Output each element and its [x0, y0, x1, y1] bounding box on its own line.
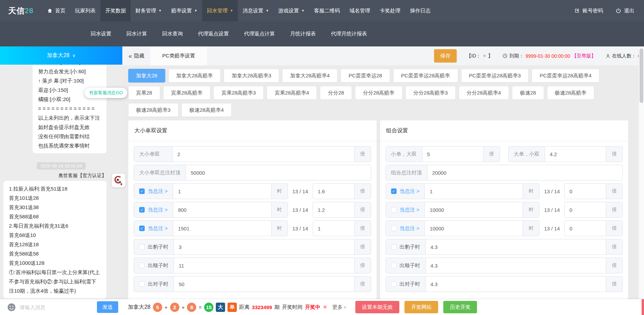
checkbox[interactable]: ✓ — [139, 188, 145, 194]
multiplier-input[interactable]: 4.3 — [426, 258, 606, 273]
subnav-agent-rebate-calc[interactable]: 代理返点计算 — [244, 31, 275, 37]
checkbox[interactable] — [391, 263, 397, 268]
multiplier-input[interactable]: 0 — [565, 202, 606, 217]
game-tab[interactable]: 宾果28高赔率4 — [267, 86, 317, 100]
multiplier-input[interactable]: 11 — [174, 258, 354, 273]
draw-website-button[interactable]: 开奖网站 — [404, 301, 438, 313]
scrollbar-thumb[interactable] — [640, 48, 643, 103]
game-tab[interactable]: PC蛋蛋幸运28高赔率4 — [532, 69, 599, 83]
new-message-toast[interactable]: 有新客服消息GO — [85, 88, 127, 98]
more-button[interactable]: 更多 ∧ — [332, 304, 346, 311]
nav-item-odds[interactable]: 赔率设置▼ — [166, 0, 202, 21]
checkbox[interactable]: ✓ — [139, 226, 145, 231]
chat-line: 包括系统遇突发事情时 — [38, 141, 101, 150]
multiplier-input[interactable]: 1 — [313, 221, 354, 236]
nav-item-home[interactable]: 首页 — [42, 0, 70, 21]
invalidate-period-button[interactable]: 设置本期无效 — [355, 301, 399, 313]
checkbox[interactable]: ✓ — [139, 207, 145, 213]
nav-item-prize[interactable]: 卡奖处理 — [375, 0, 405, 21]
logout-button[interactable]: 退出 — [615, 8, 634, 14]
chat-message-list[interactable]: 心想事成:[大单:40] 努力总会发光:[小:60] ↑ 落彡 幕:[对子:10… — [0, 65, 122, 299]
game-tab[interactable]: PC蛋蛋幸运28高赔率 — [393, 69, 458, 83]
multiplier-input[interactable]: 50 — [174, 276, 354, 292]
tab-pc-odds-settings[interactable]: PC类赔率设置 — [151, 46, 207, 65]
multiplier-input[interactable]: 0 — [565, 184, 606, 199]
multiplier-input[interactable]: 1.2 — [313, 202, 354, 217]
nav-item-domains[interactable]: 域名管理 — [345, 0, 375, 21]
cap-input[interactable]: 20000 — [428, 165, 623, 180]
emoji-button[interactable] — [7, 303, 16, 312]
checkbox[interactable]: ✓ — [391, 188, 397, 194]
nav-item-game-settings[interactable]: 游戏设置▼ — [274, 0, 309, 21]
game-tab[interactable]: 分分28高赔率 — [355, 86, 402, 100]
game-tab[interactable]: 分分28高赔率3 — [406, 86, 456, 100]
subnav-monthly-report[interactable]: 月统计报表 — [290, 31, 316, 37]
customer-service-avatar[interactable]: 奥 世 — [112, 174, 125, 187]
vertical-scrollbar[interactable] — [639, 46, 644, 299]
send-button[interactable]: 发送 — [97, 301, 118, 313]
threshold-input[interactable]: 10000 — [425, 221, 523, 236]
cap-input[interactable]: 50000 — [186, 165, 371, 180]
game-tab[interactable]: 分分28 — [320, 86, 352, 100]
game-tab[interactable]: PC蛋蛋幸运28高赔率3 — [461, 69, 529, 83]
chat-message-input[interactable] — [20, 304, 93, 310]
subnav-rebate-query[interactable]: 回水查询 — [162, 31, 183, 37]
odds-input[interactable]: 4.2 — [545, 146, 606, 162]
game-tab[interactable]: 宾果28高赔率 — [163, 86, 211, 100]
account-password-button[interactable]: 账号密码 — [574, 8, 603, 14]
nav-item-rebate[interactable]: 回水管理▼ — [202, 0, 238, 21]
nav-item-logs[interactable]: 操作日志 — [405, 0, 435, 21]
multiplier-input[interactable]: 4.3 — [426, 276, 606, 292]
edge-floating-tab[interactable] — [642, 299, 644, 315]
game-tab[interactable]: 极速28 — [512, 86, 544, 100]
hide-sidebar-button[interactable]: « 隐藏 — [129, 53, 144, 59]
odds-input[interactable]: 5 — [422, 146, 483, 162]
multiplier-input[interactable]: 3 — [174, 239, 354, 254]
game-tab[interactable]: PC蛋蛋幸运28 — [341, 69, 390, 83]
threshold-input[interactable]: 1 — [173, 184, 271, 199]
checkbox[interactable] — [139, 244, 145, 250]
checkbox[interactable] — [391, 207, 397, 213]
history-draws-button[interactable]: 历史开奖 — [443, 301, 477, 313]
game-tab[interactable]: 极速28高赔率 — [547, 86, 595, 100]
checkbox[interactable] — [391, 226, 397, 231]
unit-label: 倍 — [354, 276, 371, 292]
threshold-input[interactable]: 800 — [173, 202, 271, 217]
unit-label: 倍 — [606, 276, 622, 292]
nav-item-finance[interactable]: 财务管理▼ — [131, 0, 166, 21]
multiplier-input[interactable]: 0 — [565, 221, 606, 236]
subnav-rebate-calc[interactable]: 回水计算 — [126, 31, 147, 37]
checkbox[interactable] — [139, 281, 145, 287]
subnav-agent-rebate-settings[interactable]: 代理返点设置 — [198, 31, 229, 37]
unit-label: 倍 — [354, 221, 371, 236]
chat-room-selector[interactable]: 加拿大28 ∨ — [0, 46, 122, 65]
nav-item-service-qr[interactable]: 客服二维码 — [309, 0, 345, 21]
checkbox[interactable] — [391, 281, 397, 287]
multiplier-input[interactable]: 4.3 — [426, 239, 606, 254]
game-tab[interactable]: 宾果28高赔率3 — [213, 86, 264, 100]
game-tab[interactable]: 加拿大28高赔率 — [168, 69, 221, 83]
game-tab[interactable]: 加拿大28高赔率4 — [282, 69, 337, 83]
nav-item-draw-data[interactable]: 开奖数据 — [100, 0, 131, 21]
checkbox[interactable] — [139, 263, 145, 268]
period-number: 3323499 — [252, 304, 272, 310]
threshold-input[interactable]: 1501 — [173, 221, 271, 236]
odds-input[interactable]: 2 — [173, 146, 354, 162]
game-tab[interactable]: 加拿大28 — [128, 69, 165, 83]
nav-item-message[interactable]: 消息设置▼ — [238, 0, 274, 21]
subnav-agent-monthly-report[interactable]: 代理月统计报表 — [331, 31, 367, 37]
subnav-rebate-settings[interactable]: 回水设置 — [91, 31, 111, 37]
game-tab[interactable]: 极速28高赔率4 — [181, 103, 232, 117]
game-tab[interactable]: 分分28高赔率4 — [459, 86, 509, 100]
game-tab[interactable]: 极速28高赔率3 — [128, 103, 178, 117]
multiplier-input[interactable]: 1.6 — [313, 184, 354, 199]
game-tab[interactable]: 宾果28 — [128, 86, 160, 100]
brand-logo[interactable]: 天信28 — [8, 0, 33, 21]
save-button[interactable]: 保存 — [434, 49, 457, 63]
chat-line: ↑ 落彡 幕:[对子:100] — [38, 76, 101, 85]
game-tab[interactable]: 加拿大28高赔率3 — [224, 69, 279, 83]
threshold-input[interactable]: 10000 — [425, 202, 523, 217]
checkbox[interactable] — [391, 244, 397, 250]
threshold-input[interactable]: 1 — [425, 184, 523, 199]
nav-item-players[interactable]: 玩家列表 — [70, 0, 100, 21]
